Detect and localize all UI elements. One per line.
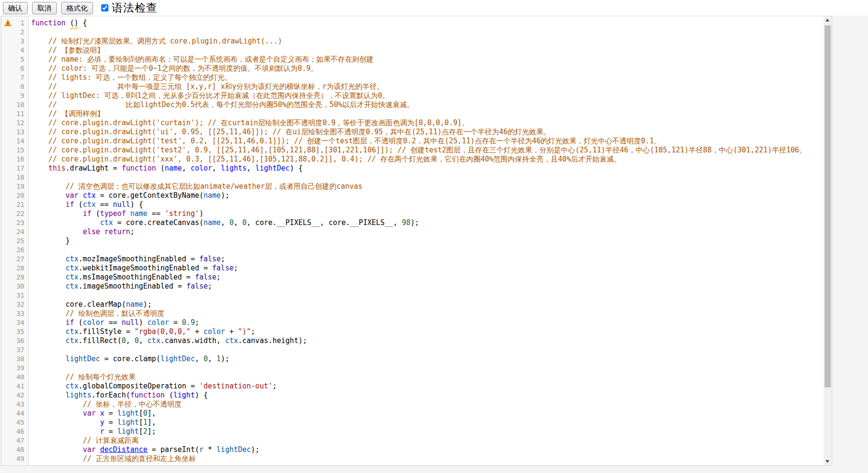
code-text <box>29 345 824 355</box>
line-number: 15 <box>1 146 29 155</box>
line-number: 13 <box>1 128 29 137</box>
code-line: 45 y = light[1], <box>1 418 824 427</box>
line-number: 36 <box>1 336 29 345</box>
code-line: 37 <box>1 345 824 355</box>
code-text: if (ctx == null) { <box>29 200 824 209</box>
code-line: 29 ctx.msImageSmoothingEnabled = false; <box>1 273 824 282</box>
scroll-up-arrow-icon[interactable] <box>824 16 832 24</box>
code-line: 35 ctx.fillStyle = "rgba(0,0,0," + color… <box>1 327 824 336</box>
code-text: var decDistance = parseInt(r * lightDec)… <box>29 445 824 454</box>
code-text: // 正方形区域的直径和左上角坐标 <box>29 454 824 463</box>
line-number: 30 <box>1 282 29 291</box>
code-text: // core.plugin.drawLight('curtain'); // … <box>29 118 824 128</box>
scrollbar-thumb[interactable] <box>825 25 831 387</box>
code-line: 26 <box>1 246 824 255</box>
scroll-down-arrow-icon[interactable] <box>824 457 832 465</box>
code-text: ctx.fillStyle = "rgba(0,0,0," + color + … <box>29 327 824 336</box>
code-line: 19 // 清空色调层；也可以修改成其它层比如animate/weather层，… <box>1 182 824 191</box>
line-number: 49 <box>1 454 29 463</box>
code-line: 31 <box>1 291 824 300</box>
code-line: 49 // 正方形区域的直径和左上角坐标 <box>1 454 824 463</box>
line-number: 37 <box>1 345 29 355</box>
code-line: 12 // core.plugin.drawLight('curtain'); … <box>1 118 824 128</box>
code-line: 25 } <box>1 236 824 246</box>
code-text <box>29 173 824 182</box>
syntax-check-checkbox[interactable] <box>101 4 108 11</box>
code-editor[interactable]: 1function () {23 // 绘制灯光/漆黑层效果。调用方式 core… <box>1 16 832 466</box>
code-text: lightDec = core.clamp(lightDec, 0, 1); <box>29 355 824 364</box>
code-line: 47 // 计算衰减距离 <box>1 436 824 445</box>
line-number: 24 <box>1 227 29 236</box>
code-text: // 其中每一项是三元组 [x,y,r] x和y分别为该灯光的横纵坐标，r为该灯… <box>29 82 824 91</box>
code-text: // core.plugin.drawLight('xxx', 0.3, [[2… <box>29 155 824 164</box>
code-line: 17 this.drawLight = function (name, colo… <box>1 164 824 173</box>
line-number: 38 <box>1 355 29 364</box>
code-line: 7 // lights: 可选，一个数组，定义了每个独立的灯光。 <box>1 73 824 82</box>
code-text: // 【参数说明】 <box>29 46 824 55</box>
code-line: 28 ctx.webkitImageSmoothingEnabled = fal… <box>1 264 824 273</box>
code-text: } <box>29 236 824 246</box>
code-area[interactable]: 1function () {23 // 绘制灯光/漆黑层效果。调用方式 core… <box>1 16 824 465</box>
line-number: 12 <box>1 118 29 128</box>
code-text <box>29 364 824 373</box>
line-number: 26 <box>1 246 29 255</box>
line-number: 19 <box>1 182 29 191</box>
line-number: 43 <box>1 400 29 409</box>
code-line: 40 // 绘制每个灯光效果 <box>1 373 824 382</box>
code-line: 2 <box>1 28 824 37</box>
code-text: ctx.webkitImageSmoothingEnabled = false; <box>29 264 824 273</box>
syntax-check-group: 语法检查 <box>101 0 158 15</box>
code-text: // name: 必填，要绘制到的画布名；可以是一个系统画布，或者是个自定义画布… <box>29 55 824 64</box>
line-number: 2 <box>1 28 29 37</box>
line-number: 35 <box>1 327 29 336</box>
line-number: 9 <box>1 91 29 100</box>
line-number: 22 <box>1 209 29 218</box>
cancel-button[interactable]: 取消 <box>32 2 57 14</box>
code-text: core.clearMap(name); <box>29 300 824 309</box>
code-text <box>29 291 824 300</box>
code-line: 46 r = light[2]; <box>1 427 824 436</box>
code-line: 36 ctx.fillRect(0, 0, ctx.canvas.width, … <box>1 336 824 345</box>
code-text: function () { <box>29 19 824 28</box>
confirm-button[interactable]: 确认 <box>3 2 28 14</box>
line-number: 11 <box>1 109 29 118</box>
code-line: 24 else return; <box>1 227 824 236</box>
line-number: 4 <box>1 46 29 55</box>
code-line: 16 // core.plugin.drawLight('xxx', 0.3, … <box>1 155 824 164</box>
code-text: // color: 可选，只能是一个0~1之间的数，为不透明度的值。不填则默认为… <box>29 64 824 73</box>
code-text: ctx.mozImageSmoothingEnabled = false; <box>29 255 824 264</box>
line-number: 39 <box>1 364 29 373</box>
code-line: 8 // 其中每一项是三元组 [x,y,r] x和y分别为该灯光的横纵坐标，r为… <box>1 82 824 91</box>
line-number: 25 <box>1 236 29 246</box>
code-text: // 绘制每个灯光效果 <box>29 373 824 382</box>
line-number: 40 <box>1 373 29 382</box>
code-line: 15 // core.plugin.drawLight('test2', 0.9… <box>1 146 824 155</box>
syntax-check-label: 语法检查 <box>112 0 158 15</box>
line-number: 28 <box>1 264 29 273</box>
code-text: // lights: 可选，一个数组，定义了每个独立的灯光。 <box>29 73 824 82</box>
vertical-scrollbar[interactable] <box>824 16 832 465</box>
code-line: 5 // name: 必填，要绘制到的画布名；可以是一个系统画布，或者是个自定义… <box>1 55 824 64</box>
line-number: 33 <box>1 309 29 318</box>
line-number: 31 <box>1 291 29 300</box>
code-text: this.drawLight = function (name, color, … <box>29 164 824 173</box>
line-number: 27 <box>1 255 29 264</box>
code-line: 3 // 绘制灯光/漆黑层效果。调用方式 core.plugin.drawLig… <box>1 37 824 46</box>
code-text: if (typeof name == 'string') <box>29 209 824 218</box>
code-line: 6 // color: 可选，只能是一个0~1之间的数，为不透明度的值。不填则默… <box>1 64 824 73</box>
code-text: // 计算衰减距离 <box>29 436 824 445</box>
code-text: ctx.globalCompositeOperation = 'destinat… <box>29 382 824 391</box>
code-text: // 【调用样例】 <box>29 109 824 118</box>
format-button[interactable]: 格式化 <box>61 2 93 14</box>
line-number: 32 <box>1 300 29 309</box>
code-text: // 绘制灯光/漆黑层效果。调用方式 core.plugin.drawLight… <box>29 37 824 46</box>
code-text: var ctx = core.getContextByName(name); <box>29 191 824 200</box>
line-number: 21 <box>1 200 29 209</box>
line-number: 44 <box>1 409 29 418</box>
code-text: ctx.imageSmoothingEnabled = false; <box>29 282 824 291</box>
code-line: 34 if (color == null) color = 0.9; <box>1 318 824 327</box>
code-text: // 清空色调层；也可以修改成其它层比如animate/weather层，或者用… <box>29 182 824 191</box>
code-line: 38 lightDec = core.clamp(lightDec, 0, 1)… <box>1 355 824 364</box>
line-number: 34 <box>1 318 29 327</box>
code-text: lights.forEach(function (light) { <box>29 391 824 400</box>
